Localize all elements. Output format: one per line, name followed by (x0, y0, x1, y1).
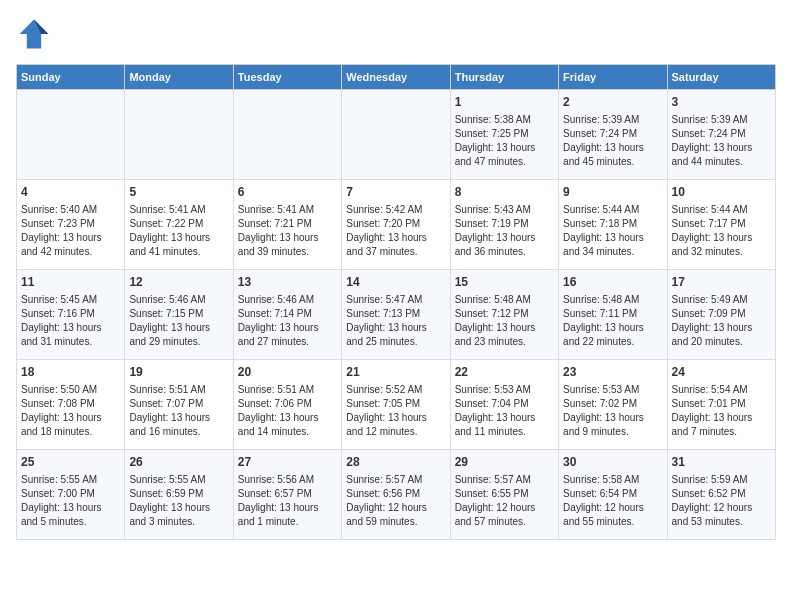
calendar-cell: 1Sunrise: 5:38 AM Sunset: 7:25 PM Daylig… (450, 90, 558, 180)
calendar-week-2: 4Sunrise: 5:40 AM Sunset: 7:23 PM Daylig… (17, 180, 776, 270)
calendar-cell (342, 90, 450, 180)
calendar-cell (125, 90, 233, 180)
day-number: 29 (455, 454, 554, 471)
calendar-cell: 28Sunrise: 5:57 AM Sunset: 6:56 PM Dayli… (342, 450, 450, 540)
day-info: Sunrise: 5:50 AM Sunset: 7:08 PM Dayligh… (21, 383, 120, 439)
day-info: Sunrise: 5:51 AM Sunset: 7:07 PM Dayligh… (129, 383, 228, 439)
header-sunday: Sunday (17, 65, 125, 90)
calendar-cell: 22Sunrise: 5:53 AM Sunset: 7:04 PM Dayli… (450, 360, 558, 450)
day-number: 23 (563, 364, 662, 381)
day-number: 28 (346, 454, 445, 471)
calendar-cell: 6Sunrise: 5:41 AM Sunset: 7:21 PM Daylig… (233, 180, 341, 270)
day-info: Sunrise: 5:39 AM Sunset: 7:24 PM Dayligh… (672, 113, 771, 169)
calendar-cell: 3Sunrise: 5:39 AM Sunset: 7:24 PM Daylig… (667, 90, 775, 180)
day-info: Sunrise: 5:53 AM Sunset: 7:02 PM Dayligh… (563, 383, 662, 439)
calendar-cell: 25Sunrise: 5:55 AM Sunset: 7:00 PM Dayli… (17, 450, 125, 540)
day-info: Sunrise: 5:48 AM Sunset: 7:12 PM Dayligh… (455, 293, 554, 349)
day-info: Sunrise: 5:52 AM Sunset: 7:05 PM Dayligh… (346, 383, 445, 439)
day-number: 14 (346, 274, 445, 291)
calendar-cell: 14Sunrise: 5:47 AM Sunset: 7:13 PM Dayli… (342, 270, 450, 360)
day-number: 11 (21, 274, 120, 291)
day-info: Sunrise: 5:57 AM Sunset: 6:55 PM Dayligh… (455, 473, 554, 529)
calendar-cell: 11Sunrise: 5:45 AM Sunset: 7:16 PM Dayli… (17, 270, 125, 360)
day-number: 7 (346, 184, 445, 201)
header-thursday: Thursday (450, 65, 558, 90)
calendar-cell (233, 90, 341, 180)
calendar-cell: 9Sunrise: 5:44 AM Sunset: 7:18 PM Daylig… (559, 180, 667, 270)
day-number: 17 (672, 274, 771, 291)
day-info: Sunrise: 5:48 AM Sunset: 7:11 PM Dayligh… (563, 293, 662, 349)
day-number: 10 (672, 184, 771, 201)
calendar-cell: 17Sunrise: 5:49 AM Sunset: 7:09 PM Dayli… (667, 270, 775, 360)
day-info: Sunrise: 5:44 AM Sunset: 7:18 PM Dayligh… (563, 203, 662, 259)
calendar-cell: 4Sunrise: 5:40 AM Sunset: 7:23 PM Daylig… (17, 180, 125, 270)
day-number: 4 (21, 184, 120, 201)
day-info: Sunrise: 5:41 AM Sunset: 7:21 PM Dayligh… (238, 203, 337, 259)
day-number: 20 (238, 364, 337, 381)
day-info: Sunrise: 5:54 AM Sunset: 7:01 PM Dayligh… (672, 383, 771, 439)
day-info: Sunrise: 5:56 AM Sunset: 6:57 PM Dayligh… (238, 473, 337, 529)
day-number: 27 (238, 454, 337, 471)
calendar-week-1: 1Sunrise: 5:38 AM Sunset: 7:25 PM Daylig… (17, 90, 776, 180)
day-info: Sunrise: 5:45 AM Sunset: 7:16 PM Dayligh… (21, 293, 120, 349)
day-number: 9 (563, 184, 662, 201)
calendar-cell: 19Sunrise: 5:51 AM Sunset: 7:07 PM Dayli… (125, 360, 233, 450)
calendar-cell: 30Sunrise: 5:58 AM Sunset: 6:54 PM Dayli… (559, 450, 667, 540)
day-info: Sunrise: 5:44 AM Sunset: 7:17 PM Dayligh… (672, 203, 771, 259)
calendar-cell: 10Sunrise: 5:44 AM Sunset: 7:17 PM Dayli… (667, 180, 775, 270)
calendar-table: SundayMondayTuesdayWednesdayThursdayFrid… (16, 64, 776, 540)
day-info: Sunrise: 5:46 AM Sunset: 7:14 PM Dayligh… (238, 293, 337, 349)
calendar-cell: 2Sunrise: 5:39 AM Sunset: 7:24 PM Daylig… (559, 90, 667, 180)
header-wednesday: Wednesday (342, 65, 450, 90)
calendar-cell: 12Sunrise: 5:46 AM Sunset: 7:15 PM Dayli… (125, 270, 233, 360)
day-info: Sunrise: 5:47 AM Sunset: 7:13 PM Dayligh… (346, 293, 445, 349)
day-number: 2 (563, 94, 662, 111)
day-number: 6 (238, 184, 337, 201)
calendar-cell: 31Sunrise: 5:59 AM Sunset: 6:52 PM Dayli… (667, 450, 775, 540)
day-info: Sunrise: 5:57 AM Sunset: 6:56 PM Dayligh… (346, 473, 445, 529)
calendar-cell: 21Sunrise: 5:52 AM Sunset: 7:05 PM Dayli… (342, 360, 450, 450)
day-info: Sunrise: 5:42 AM Sunset: 7:20 PM Dayligh… (346, 203, 445, 259)
calendar-cell: 13Sunrise: 5:46 AM Sunset: 7:14 PM Dayli… (233, 270, 341, 360)
day-info: Sunrise: 5:59 AM Sunset: 6:52 PM Dayligh… (672, 473, 771, 529)
calendar-cell: 29Sunrise: 5:57 AM Sunset: 6:55 PM Dayli… (450, 450, 558, 540)
logo (16, 16, 56, 52)
day-info: Sunrise: 5:51 AM Sunset: 7:06 PM Dayligh… (238, 383, 337, 439)
calendar-cell: 15Sunrise: 5:48 AM Sunset: 7:12 PM Dayli… (450, 270, 558, 360)
day-info: Sunrise: 5:53 AM Sunset: 7:04 PM Dayligh… (455, 383, 554, 439)
day-info: Sunrise: 5:46 AM Sunset: 7:15 PM Dayligh… (129, 293, 228, 349)
day-number: 12 (129, 274, 228, 291)
day-info: Sunrise: 5:58 AM Sunset: 6:54 PM Dayligh… (563, 473, 662, 529)
day-number: 16 (563, 274, 662, 291)
calendar-cell: 26Sunrise: 5:55 AM Sunset: 6:59 PM Dayli… (125, 450, 233, 540)
day-info: Sunrise: 5:55 AM Sunset: 6:59 PM Dayligh… (129, 473, 228, 529)
calendar-header-row: SundayMondayTuesdayWednesdayThursdayFrid… (17, 65, 776, 90)
logo-icon (16, 16, 52, 52)
header-monday: Monday (125, 65, 233, 90)
day-number: 1 (455, 94, 554, 111)
day-number: 8 (455, 184, 554, 201)
day-number: 25 (21, 454, 120, 471)
day-number: 3 (672, 94, 771, 111)
calendar-cell: 8Sunrise: 5:43 AM Sunset: 7:19 PM Daylig… (450, 180, 558, 270)
day-number: 5 (129, 184, 228, 201)
calendar-cell: 23Sunrise: 5:53 AM Sunset: 7:02 PM Dayli… (559, 360, 667, 450)
calendar-cell: 18Sunrise: 5:50 AM Sunset: 7:08 PM Dayli… (17, 360, 125, 450)
day-info: Sunrise: 5:55 AM Sunset: 7:00 PM Dayligh… (21, 473, 120, 529)
calendar-cell: 5Sunrise: 5:41 AM Sunset: 7:22 PM Daylig… (125, 180, 233, 270)
calendar-cell: 20Sunrise: 5:51 AM Sunset: 7:06 PM Dayli… (233, 360, 341, 450)
day-info: Sunrise: 5:41 AM Sunset: 7:22 PM Dayligh… (129, 203, 228, 259)
day-number: 13 (238, 274, 337, 291)
day-number: 19 (129, 364, 228, 381)
day-number: 21 (346, 364, 445, 381)
calendar-week-3: 11Sunrise: 5:45 AM Sunset: 7:16 PM Dayli… (17, 270, 776, 360)
day-number: 22 (455, 364, 554, 381)
calendar-cell: 16Sunrise: 5:48 AM Sunset: 7:11 PM Dayli… (559, 270, 667, 360)
day-info: Sunrise: 5:43 AM Sunset: 7:19 PM Dayligh… (455, 203, 554, 259)
day-info: Sunrise: 5:39 AM Sunset: 7:24 PM Dayligh… (563, 113, 662, 169)
day-number: 18 (21, 364, 120, 381)
header-friday: Friday (559, 65, 667, 90)
day-number: 24 (672, 364, 771, 381)
calendar-week-5: 25Sunrise: 5:55 AM Sunset: 7:00 PM Dayli… (17, 450, 776, 540)
day-number: 15 (455, 274, 554, 291)
